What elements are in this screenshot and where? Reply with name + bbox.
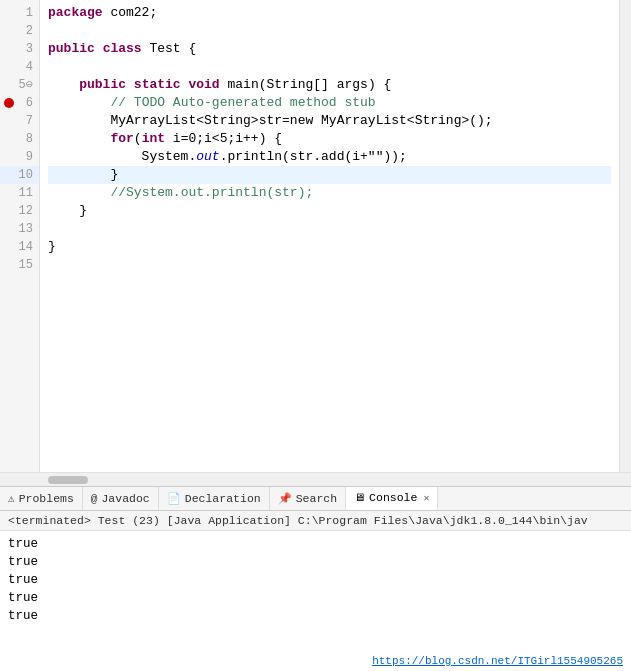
console-tab-icon: 🖥 (354, 491, 365, 504)
code-line: package com22; (48, 4, 611, 22)
vertical-scrollbar[interactable] (619, 0, 631, 472)
console-header: <terminated> Test (23) [Java Application… (0, 511, 631, 531)
code-line (48, 220, 611, 238)
horizontal-scrollbar[interactable] (0, 472, 631, 486)
code-line: //System.out.println(str); (48, 184, 611, 202)
line-numbers: 12345⊖6789101112131415 (0, 0, 40, 472)
line-number-8: 8 (0, 130, 39, 148)
line-number-15: 15 (0, 256, 39, 274)
console-url[interactable]: https://blog.csdn.net/ITGirl1554905265 (372, 655, 623, 667)
console-tab-close[interactable]: ✕ (423, 492, 429, 504)
line-number-3: 3 (0, 40, 39, 58)
code-line: MyArrayList<String>str=new MyArrayList<S… (48, 112, 611, 130)
editor-area: 12345⊖6789101112131415 package com22; pu… (0, 0, 631, 487)
line-number-6: 6 (0, 94, 39, 112)
line-number-5: 5⊖ (0, 76, 39, 94)
scroll-thumb (48, 476, 88, 484)
javadoc-tab-label: Javadoc (101, 492, 149, 505)
line-number-2: 2 (0, 22, 39, 40)
console-output-line: true (8, 535, 623, 553)
code-line: // TODO Auto-generated method stub (48, 94, 611, 112)
line-number-11: 11 (0, 184, 39, 202)
javadoc-tab-icon: @ (91, 493, 98, 505)
search-tab-icon: 📌 (278, 492, 292, 505)
code-line (48, 256, 611, 274)
code-line: } (48, 238, 611, 256)
declaration-tab-label: Declaration (185, 492, 261, 505)
line-number-9: 9 (0, 148, 39, 166)
code-container: 12345⊖6789101112131415 package com22; pu… (0, 0, 631, 472)
tab-javadoc[interactable]: @Javadoc (83, 487, 159, 510)
code-content[interactable]: package com22; public class Test { publi… (40, 0, 619, 472)
code-line: public class Test { (48, 40, 611, 58)
line-number-1: 1 (0, 4, 39, 22)
tab-problems[interactable]: ⚠Problems (0, 487, 83, 510)
breakpoint-dot (4, 98, 14, 108)
tab-declaration[interactable]: 📄Declaration (159, 487, 270, 510)
tab-search[interactable]: 📌Search (270, 487, 346, 510)
code-line: } (48, 166, 611, 184)
code-line: for(int i=0;i<5;i++) { (48, 130, 611, 148)
code-line: public static void main(String[] args) { (48, 76, 611, 94)
code-line: System.out.println(str.add(i+"")); (48, 148, 611, 166)
line-number-10: 10 (0, 166, 39, 184)
search-tab-label: Search (296, 492, 337, 505)
problems-tab-label: Problems (19, 492, 74, 505)
console-output-line: true (8, 553, 623, 571)
line-number-13: 13 (0, 220, 39, 238)
declaration-tab-icon: 📄 (167, 492, 181, 505)
code-line (48, 58, 611, 76)
line-number-4: 4 (0, 58, 39, 76)
line-number-12: 12 (0, 202, 39, 220)
code-line: } (48, 202, 611, 220)
tab-console[interactable]: 🖥Console✕ (346, 487, 438, 510)
console-area: <terminated> Test (23) [Java Application… (0, 511, 631, 671)
console-output-line: true (8, 607, 623, 625)
bottom-tabs: ⚠Problems@Javadoc📄Declaration📌Search🖥Con… (0, 487, 631, 511)
console-output-line: true (8, 571, 623, 589)
code-line (48, 22, 611, 40)
console-output-line: true (8, 589, 623, 607)
line-number-14: 14 (0, 238, 39, 256)
console-output[interactable]: truetruetruetruetruehttps://blog.csdn.ne… (0, 531, 631, 671)
console-tab-label: Console (369, 491, 417, 504)
problems-tab-icon: ⚠ (8, 492, 15, 505)
line-number-7: 7 (0, 112, 39, 130)
